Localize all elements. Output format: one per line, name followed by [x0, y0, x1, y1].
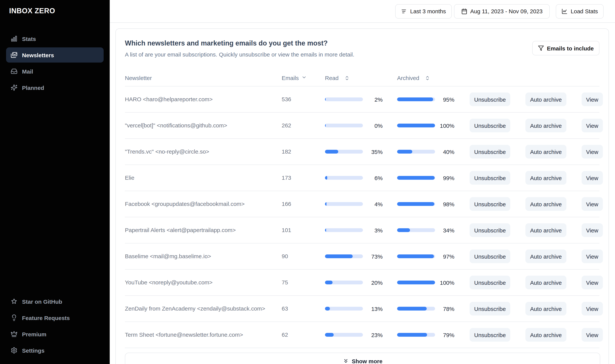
filter-lines-icon	[401, 8, 407, 14]
auto-archive-button[interactable]: Auto archive	[526, 145, 566, 158]
date-range-button[interactable]: Aug 11, 2023 - Nov 09, 2023	[454, 4, 550, 18]
emails-count: 182	[282, 148, 291, 155]
read-progress-bar	[325, 228, 363, 232]
archived-percent: 79%	[435, 332, 454, 338]
view-button[interactable]: View	[582, 171, 603, 185]
sidebar-item-stats[interactable]: Stats	[6, 31, 104, 46]
table-row: Baselime <mail@mg.baselime.io> 90 73% 97…	[125, 243, 600, 270]
archived-percent: 34%	[435, 227, 454, 233]
page-title: Which newsletters and marketing emails d…	[125, 38, 354, 49]
read-percent: 23%	[363, 332, 383, 338]
view-button[interactable]: View	[582, 276, 603, 289]
newsletter-name: Elie	[125, 174, 134, 181]
auto-archive-button[interactable]: Auto archive	[526, 302, 566, 315]
unsubscribe-button[interactable]: Unsubscribe	[470, 328, 510, 342]
unsubscribe-button[interactable]: Unsubscribe	[470, 302, 510, 315]
column-emails[interactable]: Emails	[282, 75, 325, 81]
auto-archive-button[interactable]: Auto archive	[526, 197, 566, 211]
auto-archive-button[interactable]: Auto archive	[526, 171, 566, 185]
period-select-button[interactable]: Last 3 months	[395, 4, 451, 18]
archived-percent: 99%	[435, 175, 454, 181]
emails-count: 173	[282, 174, 291, 181]
newsletter-name: ZenDaily from ZenAcademy <zendaily@subst…	[125, 305, 265, 312]
unsubscribe-button[interactable]: Unsubscribe	[470, 171, 510, 185]
crown-icon	[11, 331, 17, 338]
view-button[interactable]: View	[582, 145, 603, 158]
unsubscribe-button[interactable]: Unsubscribe	[470, 92, 510, 106]
column-read[interactable]: Read	[325, 75, 383, 81]
auto-archive-button[interactable]: Auto archive	[526, 119, 566, 132]
newsletter-name: Papertrail Alerts <alert@papertrailapp.c…	[125, 227, 236, 233]
archived-percent: 100%	[435, 122, 454, 129]
read-percent: 13%	[363, 305, 383, 312]
auto-archive-button[interactable]: Auto archive	[526, 223, 566, 237]
archived-progress-bar	[397, 150, 435, 154]
chevrons-up-down-icon	[344, 75, 350, 80]
emails-count: 75	[282, 279, 288, 286]
emails-to-include-button[interactable]: Emails to include	[532, 41, 600, 55]
emails-count: 90	[282, 253, 288, 259]
read-percent: 4%	[363, 201, 383, 207]
view-button[interactable]: View	[582, 328, 603, 342]
unsubscribe-button[interactable]: Unsubscribe	[470, 145, 510, 158]
sidebar-item-planned[interactable]: Planned	[6, 80, 104, 95]
star-icon	[11, 298, 17, 305]
read-progress-bar	[325, 254, 363, 258]
archived-progress-bar	[397, 228, 435, 232]
auto-archive-button[interactable]: Auto archive	[526, 328, 566, 342]
unsubscribe-button[interactable]: Unsubscribe	[470, 249, 510, 263]
newsletter-name: "Trends.vc" <no-reply@circle.so>	[125, 148, 209, 155]
view-button[interactable]: View	[582, 249, 603, 263]
sidebar-item-star-on-github[interactable]: Star on GitHub	[6, 294, 104, 309]
view-button[interactable]: View	[582, 119, 603, 132]
chevron-down-icon	[301, 75, 307, 80]
read-percent: 2%	[363, 96, 383, 103]
archived-progress-bar	[397, 333, 435, 337]
gear-icon	[11, 347, 17, 354]
unsubscribe-button[interactable]: Unsubscribe	[470, 119, 510, 132]
sidebar-footer-nav: Star on GitHub Feature Requests Premium …	[0, 294, 110, 358]
sidebar-item-mail[interactable]: Mail	[6, 64, 104, 79]
unsubscribe-button[interactable]: Unsubscribe	[470, 223, 510, 237]
newsletters-card: Which newsletters and marketing emails d…	[115, 28, 609, 364]
table-row: "vercel[bot]" <notifications@github.com>…	[125, 113, 600, 139]
sidebar-item-newsletters[interactable]: Newsletters	[6, 47, 104, 63]
read-progress-bar	[325, 176, 363, 180]
show-more-button[interactable]: Show more	[125, 353, 600, 364]
newsletters-icon	[11, 52, 17, 58]
sidebar-item-premium[interactable]: Premium	[6, 326, 104, 342]
sidebar-item-settings[interactable]: Settings	[6, 343, 104, 358]
load-stats-button[interactable]: Load Stats	[556, 4, 604, 18]
sidebar: INBOX ZERO Stats Newsletters Mail Planne…	[0, 0, 110, 364]
newsletter-name: "vercel[bot]" <notifications@github.com>	[125, 122, 227, 129]
page-subtitle: A list of are your email subscriptions. …	[125, 51, 354, 58]
read-percent: 35%	[363, 148, 383, 155]
read-percent: 3%	[363, 227, 383, 233]
archived-progress-bar	[397, 124, 435, 127]
archived-progress-bar	[397, 202, 435, 206]
table-row: "Trends.vc" <no-reply@circle.so> 182 35%…	[125, 139, 600, 165]
table-row: YouTube <noreply@youtube.com> 75 20% 100…	[125, 270, 600, 296]
auto-archive-button[interactable]: Auto archive	[526, 249, 566, 263]
newsletter-name: HARO <haro@helpareporter.com>	[125, 96, 213, 102]
view-button[interactable]: View	[582, 223, 603, 237]
read-progress-bar	[325, 333, 363, 337]
view-button[interactable]: View	[582, 197, 603, 211]
topbar: Last 3 months Aug 11, 2023 - Nov 09, 202…	[110, 0, 615, 23]
table-row: Facebook <groupupdates@facebookmail.com>…	[125, 191, 600, 217]
sidebar-item-feature-requests[interactable]: Feature Requests	[6, 310, 104, 325]
table-body: HARO <haro@helpareporter.com> 536 2% 95%…	[125, 86, 600, 348]
view-button[interactable]: View	[582, 92, 603, 106]
view-button[interactable]: View	[582, 302, 603, 315]
auto-archive-button[interactable]: Auto archive	[526, 276, 566, 289]
unsubscribe-button[interactable]: Unsubscribe	[470, 197, 510, 211]
emails-count: 63	[282, 305, 288, 312]
emails-count: 101	[282, 227, 291, 233]
read-progress-bar	[325, 124, 363, 127]
archived-progress-bar	[397, 176, 435, 180]
unsubscribe-button[interactable]: Unsubscribe	[470, 276, 510, 289]
auto-archive-button[interactable]: Auto archive	[526, 92, 566, 106]
newsletter-name: Facebook <groupupdates@facebookmail.com>	[125, 201, 245, 207]
card-header: Which newsletters and marketing emails d…	[125, 38, 600, 58]
column-archived[interactable]: Archived	[397, 75, 454, 81]
